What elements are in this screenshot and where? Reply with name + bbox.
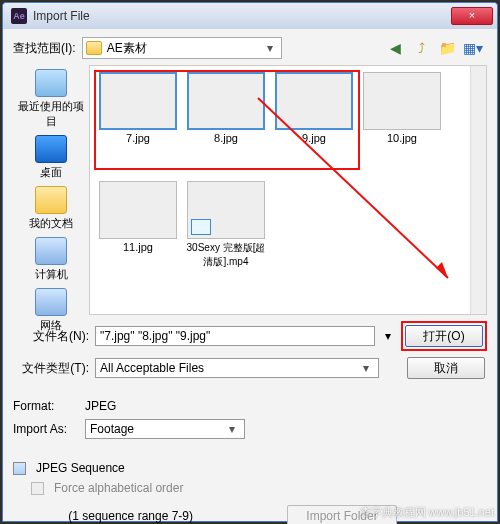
- look-in-combo[interactable]: AE素材 ▾: [82, 37, 282, 59]
- format-value: JPEG: [85, 399, 116, 413]
- app-icon: Ae: [11, 8, 27, 24]
- file-item[interactable]: 9.jpg: [272, 72, 356, 144]
- nav-up-icon[interactable]: ⤴: [413, 40, 429, 56]
- open-button[interactable]: 打开(O): [405, 325, 483, 347]
- nav-new-folder-icon[interactable]: 📁: [439, 40, 455, 56]
- places-bar: 最近使用的项目 桌面 我的文档 计算机 网络: [13, 65, 89, 315]
- place-computer[interactable]: 计算机: [13, 235, 89, 284]
- place-recent[interactable]: 最近使用的项目: [13, 67, 89, 131]
- jpeg-sequence-checkbox[interactable]: [13, 462, 26, 475]
- scrollbar[interactable]: [470, 66, 486, 314]
- file-item[interactable]: 8.jpg: [184, 72, 268, 144]
- force-alpha-checkbox: [31, 482, 44, 495]
- sequence-range-label: (1 sequence range 7-9): [13, 509, 193, 523]
- filetype-label: 文件类型(T):: [13, 360, 89, 377]
- chevron-down-icon[interactable]: ▾: [381, 329, 395, 343]
- window-title: Import File: [33, 9, 451, 23]
- format-label: Format:: [13, 399, 75, 413]
- chevron-down-icon: ▾: [224, 422, 240, 436]
- video-icon: [187, 181, 265, 239]
- desktop-icon: [35, 135, 67, 163]
- folder-icon: [86, 41, 102, 55]
- cancel-button[interactable]: 取消: [407, 357, 485, 379]
- look-in-value: AE素材: [107, 40, 262, 57]
- close-button[interactable]: ×: [451, 7, 493, 25]
- file-item[interactable]: 10.jpg: [360, 72, 444, 144]
- recent-icon: [35, 69, 67, 97]
- filename-label: 文件名(N):: [13, 328, 89, 345]
- look-in-label: 查找范围(I):: [13, 40, 76, 57]
- titlebar: Ae Import File ×: [3, 3, 497, 29]
- file-list[interactable]: 7.jpg 8.jpg 9.jpg 10.jpg 11.jpg 30Sexy 完…: [89, 65, 487, 315]
- import-as-combo[interactable]: Footage ▾: [85, 419, 245, 439]
- import-folder-button[interactable]: Import Folder: [287, 505, 397, 524]
- jpeg-sequence-label: JPEG Sequence: [36, 461, 125, 475]
- filetype-combo[interactable]: All Acceptable Files ▾: [95, 358, 379, 378]
- chevron-down-icon: ▾: [262, 41, 278, 55]
- network-icon: [35, 288, 67, 316]
- documents-icon: [35, 186, 67, 214]
- place-desktop[interactable]: 桌面: [13, 133, 89, 182]
- file-item[interactable]: 7.jpg: [96, 72, 180, 144]
- look-in-row: 查找范围(I): AE素材 ▾ ◀ ⤴ 📁 ▦▾: [13, 37, 487, 59]
- file-item[interactable]: 30Sexy 完整版[超清版].mp4: [184, 181, 268, 269]
- filename-input[interactable]: [95, 326, 375, 346]
- import-as-label: Import As:: [13, 422, 75, 436]
- place-documents[interactable]: 我的文档: [13, 184, 89, 233]
- open-button-highlight: 打开(O): [401, 321, 487, 351]
- computer-icon: [35, 237, 67, 265]
- import-file-dialog: Ae Import File × 查找范围(I): AE素材 ▾ ◀ ⤴ 📁 ▦…: [2, 2, 498, 522]
- nav-view-menu-icon[interactable]: ▦▾: [465, 40, 481, 56]
- file-item[interactable]: 11.jpg: [96, 181, 180, 269]
- force-alpha-label: Force alphabetical order: [54, 481, 183, 495]
- nav-back-icon[interactable]: ◀: [387, 40, 403, 56]
- chevron-down-icon: ▾: [358, 361, 374, 375]
